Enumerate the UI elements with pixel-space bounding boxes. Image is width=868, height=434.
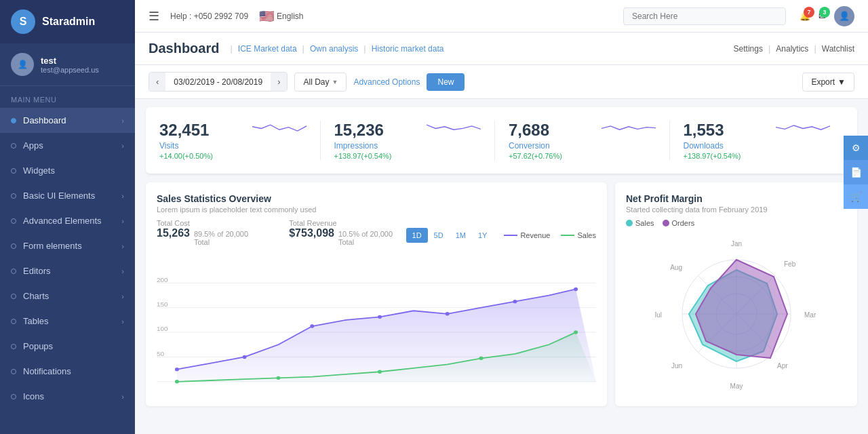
stat-card-conversion: 7,688 Conversion +57.62(+0.76%) (495, 121, 670, 160)
language-label[interactable]: English (277, 12, 303, 21)
sidebar-item-notifications[interactable]: Notifications (0, 359, 135, 384)
chevron-right-icon: › (121, 393, 124, 401)
help-text: Help : +050 2992 709 (170, 12, 248, 21)
date-navigator: ‹ 03/02/2019 - 20/08/2019 › (149, 72, 288, 92)
separator: | (230, 43, 232, 54)
stat-label: Conversion (509, 141, 562, 151)
avatar: 👤 (11, 53, 34, 76)
messages-icon-wrap[interactable]: ✉ 3 (818, 11, 826, 21)
sidebar-label-popups: Popups (23, 341, 53, 351)
date-range-label: 03/02/2019 - 20/08/2019 (165, 73, 271, 91)
settings-panel-button[interactable]: ⚙ (844, 136, 868, 160)
stat-change: +57.62(+0.76%) (509, 152, 562, 160)
breadcrumb-historic[interactable]: Historic market data (372, 44, 444, 54)
sales-dot-icon (626, 220, 633, 226)
svg-text:Jul: Jul (655, 311, 662, 319)
total-revenue-label: Total Revenue (289, 219, 406, 227)
sidebar-item-advanced[interactable]: Advanced Elements › (0, 208, 135, 233)
time-5d-button[interactable]: 5D (428, 228, 450, 243)
sales-profit-legend: Sales (626, 219, 654, 227)
sidebar-label-tables: Tables (23, 316, 49, 326)
chevron-right-icon: › (121, 217, 124, 225)
caret-down-icon2: ▼ (837, 77, 846, 87)
svg-text:150: 150 (157, 300, 168, 307)
sidebar-dot-apps (11, 143, 16, 149)
date-next-button[interactable]: › (271, 73, 287, 91)
breadcrumb-ice[interactable]: ICE Market data (238, 44, 297, 54)
sparkline-chart (601, 121, 656, 141)
separator2: | (302, 43, 304, 54)
svg-text:Jan: Jan (730, 240, 741, 248)
user-info: test test@appseed.us (41, 56, 99, 74)
sidebar-item-dashboard[interactable]: Dashboard › (0, 108, 135, 133)
export-button[interactable]: Export ▼ (802, 73, 854, 92)
sparkline-chart (427, 121, 481, 141)
sidebar-item-forms[interactable]: Form elements › (0, 233, 135, 258)
toolbar: ‹ 03/02/2019 - 20/08/2019 › All Day ▼ Ad… (135, 65, 868, 99)
analytics-link[interactable]: Analytics (776, 44, 808, 54)
sidebar-label-apps: Apps (23, 140, 43, 151)
right-panel: ⚙ 📄 🛒 (844, 136, 868, 209)
sidebar-label-icons: Icons (23, 391, 44, 401)
time-1y-button[interactable]: 1Y (472, 228, 493, 243)
search-input[interactable] (623, 7, 786, 25)
charts-area: Sales Statistics Overview Lorem ipsum is… (135, 174, 868, 414)
svg-text:50: 50 (157, 350, 164, 357)
hamburger-menu-icon[interactable]: ☰ (149, 9, 159, 24)
stat-label: Visits (159, 141, 213, 151)
total-cost-label: Total Cost (157, 219, 262, 227)
svg-point-14 (378, 315, 382, 319)
svg-text:May: May (730, 382, 743, 390)
time-1d-button[interactable]: 1D (406, 228, 428, 243)
user-email: test@appseed.us (41, 66, 99, 74)
stat-change: +138.97(+0.54%) (334, 152, 392, 160)
sidebar-item-tables[interactable]: Tables › (0, 309, 135, 334)
sidebar-item-icons[interactable]: Icons › (0, 384, 135, 409)
sales-line-chart: 200 150 100 50 (157, 258, 596, 394)
svg-point-13 (310, 324, 314, 328)
sidebar-brand-name: Staradmin (42, 16, 95, 28)
chevron-right-icon: › (121, 192, 124, 200)
notifications-icon-wrap[interactable]: 🔔 7 (800, 11, 810, 21)
stat-change: +14.00(+0.50%) (159, 152, 213, 160)
sidebar-label-widgets: Widgets (23, 165, 55, 176)
svg-text:Feb: Feb (784, 260, 796, 268)
sidebar-dot-popups (11, 344, 16, 349)
advanced-options-link[interactable]: Advanced Options (353, 77, 420, 87)
sidebar-item-charts[interactable]: Charts › (0, 283, 135, 309)
time-1m-button[interactable]: 1M (450, 228, 472, 243)
sidebar-item-basic-ui[interactable]: Basic UI Elements › (0, 183, 135, 208)
document-panel-button[interactable]: 📄 (844, 160, 868, 184)
svg-text:Jun: Jun (671, 362, 682, 370)
svg-text:Apr: Apr (777, 362, 788, 370)
dashboard-title-area: Dashboard | ICE Market data | Own analys… (149, 41, 443, 56)
sidebar-item-editors[interactable]: Editors › (0, 258, 135, 283)
top-navigation: ☰ Help : +050 2992 709 🇺🇸 English 🔔 7 ✉ … (135, 0, 868, 33)
sidebar-item-widgets[interactable]: Widgets (0, 158, 135, 183)
svg-point-16 (513, 300, 517, 303)
watchlist-link[interactable]: Watchlist (822, 44, 854, 54)
cart-panel-button[interactable]: 🛒 (844, 184, 868, 209)
sidebar-item-popups[interactable]: Popups (0, 334, 135, 359)
svg-text:Mar: Mar (804, 311, 816, 319)
user-avatar-button[interactable]: 👤 (834, 6, 854, 26)
new-button[interactable]: New (427, 73, 465, 91)
chevron-right-icon: › (121, 117, 124, 125)
flag-icon: 🇺🇸 (259, 9, 274, 24)
sidebar-label-dashboard: Dashboard (23, 115, 66, 125)
breadcrumb-own[interactable]: Own analysis (310, 44, 358, 54)
notification-badge: 7 (804, 7, 814, 18)
sidebar-dot-forms (11, 243, 16, 249)
sidebar-dot-charts (11, 294, 16, 299)
stat-value: 1,553 (684, 121, 741, 140)
date-prev-button[interactable]: ‹ (149, 73, 165, 91)
sparkline-chart (252, 121, 307, 141)
time-filter-dropdown[interactable]: All Day ▼ (294, 73, 347, 92)
sidebar-dot-editors (11, 269, 16, 274)
sidebar-label-advanced: Advanced Elements (23, 216, 102, 226)
sidebar-label-editors: Editors (23, 266, 50, 276)
settings-link[interactable]: Settings (734, 44, 763, 54)
sales-chart-stats: Total Cost 15,263 89.5% of 20,000 Total … (157, 219, 406, 246)
sidebar-item-apps[interactable]: Apps › (0, 133, 135, 158)
stat-change: +138.97(+0.54%) (684, 152, 741, 160)
